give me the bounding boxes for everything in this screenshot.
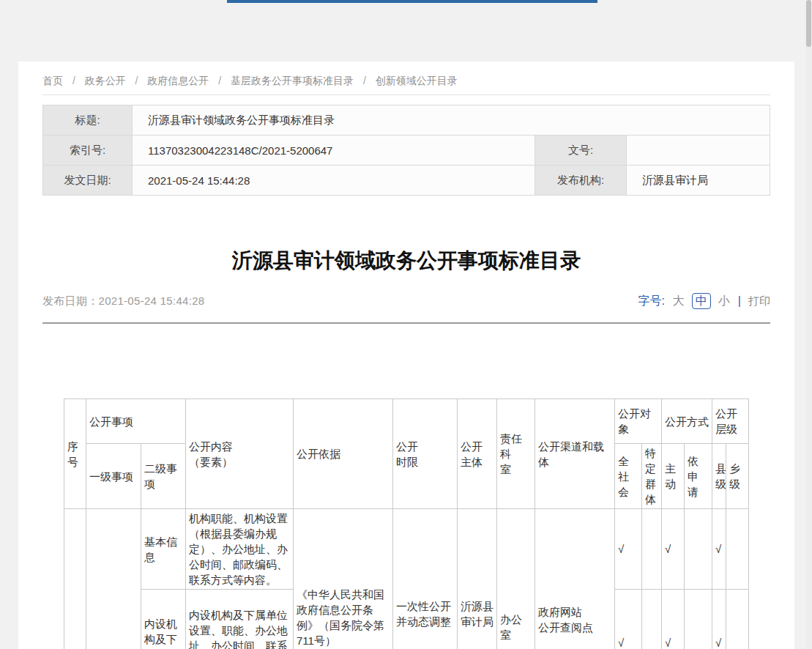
cell-serial xyxy=(64,509,86,649)
header-serial: 序 号 xyxy=(64,399,86,509)
catalog-table: 序 号 公开事项 公开内容 （要素） 公开依据 公开 时限 公开 主体 责任科 … xyxy=(64,398,749,649)
check-all-society: √ xyxy=(615,509,642,590)
font-medium-button[interactable]: 中 xyxy=(692,293,711,309)
breadcrumb-zhengwu[interactable]: 政务公开 xyxy=(85,75,126,86)
catalog-header-row-1: 序 号 公开事项 公开内容 （要素） 公开依据 公开 时限 公开 主体 责任科 … xyxy=(64,399,749,444)
check-active: √ xyxy=(662,509,685,590)
check-all-society: √ xyxy=(615,590,642,649)
check-active: √ xyxy=(662,590,685,649)
article-divider xyxy=(42,322,770,324)
font-large-button[interactable]: 大 xyxy=(673,294,685,309)
header-time-limit: 公开 时限 xyxy=(393,399,458,509)
meta-title-label: 标题: xyxy=(43,105,133,136)
cell-level1 xyxy=(86,509,141,649)
cell-content: 机构职能、机构设置（根据县委编办规定）、办公地址、办公时间、邮政编码、联系方式等… xyxy=(186,509,294,590)
page-title: 沂源县审计领域政务公开事项标准目录 xyxy=(42,247,770,275)
publish-date: 发布日期：2021-05-24 15:44:28 xyxy=(42,294,205,308)
breadcrumb-standard-catalog[interactable]: 基层政务公开事项标准目录 xyxy=(231,75,354,86)
check-township xyxy=(726,509,749,590)
header-department: 责任科 室 xyxy=(497,399,535,509)
cell-level2: 基本信 息 xyxy=(141,509,186,590)
cell-subject: 沂源县 审计局 xyxy=(458,509,497,649)
content-panel: 首页 / 政务公开 / 政府信息公开 / 基层政务公开事项标准目录 / 创新领域… xyxy=(18,62,794,649)
catalog-row-basic-info: 基本信 息 机构职能、机构设置（根据县委编办规定）、办公地址、办公时间、邮政编码… xyxy=(64,509,749,590)
breadcrumb-divider xyxy=(42,94,770,95)
header-level2: 二级事 项 xyxy=(141,444,186,509)
article-meta-bar: 发布日期：2021-05-24 15:44:28 字号: 大 中 小 | 打印 xyxy=(42,292,770,310)
cell-time-limit: 一次性公开并动态调整 xyxy=(393,509,458,649)
meta-date-value: 2021-05-24 15:44:28 xyxy=(133,166,535,196)
meta-org-label: 发布机构: xyxy=(535,166,627,196)
scrollbar[interactable] xyxy=(805,0,812,649)
font-small-button[interactable]: 小 xyxy=(718,294,730,309)
header-content: 公开内容 （要素） xyxy=(186,399,294,509)
header-level: 公开 层级 xyxy=(712,399,749,444)
meta-docno-label: 文号: xyxy=(535,136,627,166)
check-on-request xyxy=(685,509,712,590)
cell-content: 内设机构及下属单位设置、职能、办公地址、办公时间、联系方式、负责人姓名等。 xyxy=(186,590,294,649)
breadcrumb-separator: / xyxy=(72,75,75,86)
meta-title-value: 沂源县审计领域政务公开事项标准目录 xyxy=(133,105,770,136)
header-active: 主 动 xyxy=(662,444,685,509)
header-audience: 公开对 象 xyxy=(615,399,662,444)
check-on-request xyxy=(685,590,712,649)
breadcrumb-home[interactable]: 首页 xyxy=(42,75,63,86)
header-open-items: 公开事项 xyxy=(86,399,186,444)
meta-docno-value xyxy=(627,136,770,166)
tools-divider: | xyxy=(738,294,741,308)
breadcrumb-separator: / xyxy=(218,75,221,86)
meta-row-date: 发文日期: 2021-05-24 15:44:28 发布机构: 沂源县审计局 xyxy=(43,166,770,196)
header-method: 公开方式 xyxy=(662,399,712,444)
breadcrumb-separator: / xyxy=(135,75,138,86)
meta-index-value: 11370323004223148C/2021-5200647 xyxy=(133,136,535,166)
meta-row-title: 标题: 沂源县审计领域政务公开事项标准目录 xyxy=(43,105,770,136)
cell-channels: 政府网站 公开查阅点 xyxy=(535,509,615,649)
cell-basis: 《中华人民共和国政府信息公开条例》（国务院令第711号） xyxy=(294,509,393,649)
publish-date-value: 2021-05-24 15:44:28 xyxy=(99,294,205,307)
header-basis: 公开依据 xyxy=(294,399,393,509)
check-specific-group xyxy=(642,590,662,649)
breadcrumb-info-disclosure[interactable]: 政府信息公开 xyxy=(147,75,209,86)
header-all-society: 全社 会 xyxy=(615,444,642,509)
header-township: 乡 级 xyxy=(726,444,749,509)
font-size-label: 字号: xyxy=(638,294,664,309)
font-size-tools: 字号: 大 中 小 | 打印 xyxy=(638,293,770,309)
check-county: √ xyxy=(712,509,726,590)
header-level1: 一级事项 xyxy=(86,444,141,509)
meta-date-label: 发文日期: xyxy=(43,166,133,196)
publish-date-label: 发布日期： xyxy=(42,294,99,307)
meta-org-value: 沂源县审计局 xyxy=(627,166,770,196)
meta-row-index: 索引号: 11370323004223148C/2021-5200647 文号: xyxy=(43,136,770,166)
check-specific-group xyxy=(642,509,662,590)
breadcrumb: 首页 / 政务公开 / 政府信息公开 / 基层政务公开事项标准目录 / 创新领域… xyxy=(42,75,770,86)
document-meta-table: 标题: 沂源县审计领域政务公开事项标准目录 索引号: 1137032300422… xyxy=(42,105,770,196)
scrollbar-thumb[interactable] xyxy=(806,0,811,47)
cell-level2: 内设机构及下属事业单位信息 xyxy=(141,590,186,649)
header-channels: 公开渠道和载 体 xyxy=(535,399,615,509)
header-county: 县 级 xyxy=(712,444,726,509)
breadcrumb-separator: / xyxy=(363,75,366,86)
top-nav-bar-fragment xyxy=(227,0,597,3)
header-subject: 公开 主体 xyxy=(458,399,497,509)
header-specific-group: 特定群体 xyxy=(642,444,662,509)
check-township xyxy=(726,590,749,649)
check-county: √ xyxy=(712,590,726,649)
cell-department: 办公室 xyxy=(497,509,535,649)
breadcrumb-innovation-catalog[interactable]: 创新领域公开目录 xyxy=(376,75,458,86)
print-button[interactable]: 打印 xyxy=(748,294,770,308)
meta-index-label: 索引号: xyxy=(43,136,133,166)
header-on-request: 依申 请 xyxy=(685,444,712,509)
